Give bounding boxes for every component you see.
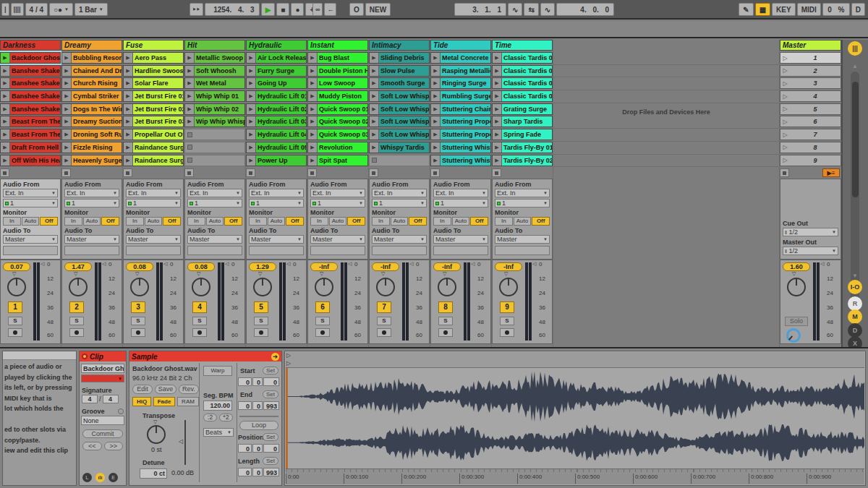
waveform-region[interactable] [286, 368, 864, 468]
scene[interactable]: ▷ 9 [780, 155, 841, 166]
clip[interactable]: ▶ Beast From The [0, 116, 61, 127]
clip[interactable]: ▶ Stuttering Propo [430, 116, 491, 127]
input-channel-chooser[interactable]: 1▼ [495, 199, 550, 207]
clip[interactable]: ▶ Soft Low Whisp [369, 129, 430, 140]
clip-launch-button[interactable]: ▶ [124, 104, 133, 114]
monitor-auto-button[interactable]: Auto [329, 217, 347, 226]
pan-knob[interactable] [253, 278, 272, 296]
monitor-off-button[interactable]: Off [347, 217, 365, 226]
clip[interactable]: ▶ Stuttering Whist [430, 155, 491, 166]
clip-launch-button[interactable]: ▶ [62, 91, 72, 101]
clip-launch-button[interactable]: ▶ [308, 53, 318, 63]
clip[interactable]: ▶ Dogs In The Win [61, 103, 122, 115]
clip[interactable]: ▶ Spring Fade [492, 129, 553, 140]
clip[interactable]: ▶ Backdoor Ghost [0, 52, 61, 64]
stop-all-clips-button[interactable] [492, 168, 501, 177]
clip[interactable]: ▶ Muddy Piston [307, 90, 368, 102]
session-record-button[interactable]: O [349, 3, 364, 16]
clip-launch-button[interactable]: ▶ [431, 91, 441, 101]
loop-length-field[interactable]: 4. 0. 0 [556, 3, 614, 16]
clip[interactable]: ▶ Double Piston H [307, 65, 368, 77]
gain-value[interactable]: 0.00 dB [171, 469, 194, 476]
master-solo-button[interactable]: Solo [785, 317, 808, 326]
follow-button[interactable]: ‣‣ [190, 3, 203, 16]
input-type-chooser[interactable]: Ext. In▼ [310, 189, 365, 197]
cue-out-chooser[interactable]: ‖ 1/2▼ [783, 228, 838, 236]
output-chooser[interactable]: Master▼ [310, 235, 365, 244]
stop-all-clips-button[interactable] [246, 168, 255, 177]
transpose-value[interactable]: 0 st [151, 446, 162, 453]
master-out-chooser[interactable]: ‖ 1/2▼ [783, 247, 838, 255]
volume-value[interactable]: -Inf [433, 262, 461, 271]
track-header[interactable]: Fuse [123, 40, 184, 51]
clip-launch-button[interactable]: ▶ [62, 155, 72, 166]
scene[interactable]: ▷ 7 [780, 129, 841, 140]
record-button[interactable]: ● [291, 3, 304, 16]
returns-section-toggle[interactable]: R [848, 296, 862, 311]
monitor-in-button[interactable]: In [126, 217, 144, 226]
clip-launch-button[interactable]: ▶ [431, 116, 441, 127]
master-volume-value[interactable]: 1.60 [783, 262, 810, 271]
position-set-button[interactable]: Set [263, 433, 278, 441]
pan-knob[interactable] [315, 278, 333, 296]
clip[interactable]: ▶ Banshee Shaked [0, 65, 61, 77]
pan-knob[interactable] [499, 278, 518, 296]
monitor-off-button[interactable]: Off [224, 217, 242, 226]
clip-launch-button[interactable]: ▶ [370, 116, 379, 127]
start-value[interactable]: 000 [238, 377, 279, 386]
scroll-down-icon[interactable]: ▼ [852, 273, 858, 279]
input-type-chooser[interactable]: Ext. In▼ [64, 189, 119, 197]
monitor-off-button[interactable]: Off [409, 217, 427, 226]
monitor-auto-button[interactable]: Auto [391, 217, 409, 226]
track-activator-button[interactable]: 8 [438, 301, 453, 313]
input-type-chooser[interactable]: Ext. In▼ [372, 189, 427, 197]
clip-launch-button[interactable]: ▶ [1, 78, 10, 88]
clip[interactable]: ▶ Quick Swoop 02 [307, 116, 368, 127]
volume-value[interactable]: 1.29 [249, 262, 276, 271]
clip-launch-button[interactable]: ▶ [370, 66, 379, 76]
output-chooser[interactable]: Master▼ [187, 235, 242, 244]
back-to-arrangement-button[interactable]: ← [324, 3, 336, 16]
preview-volume-knob[interactable] [786, 328, 801, 343]
clip-launch-button[interactable]: ▶ [370, 78, 379, 88]
end-value[interactable]: 00993 [238, 401, 279, 410]
clip[interactable]: ▶ Beast From The [0, 129, 61, 140]
monitor-in-button[interactable]: In [495, 217, 513, 226]
scene-launch-icon[interactable]: ▷ [780, 55, 790, 61]
monitor-in-button[interactable]: In [249, 217, 267, 226]
clip-launch-button[interactable]: ▶ [247, 78, 256, 88]
clip[interactable]: ▶ Air Lock Releas [246, 52, 307, 64]
scene[interactable]: ▷ 8 [780, 142, 841, 153]
clip[interactable]: ▶ Classic Tardis 0 [492, 52, 553, 64]
pan-knob[interactable] [130, 278, 149, 296]
monitor-in-button[interactable]: In [310, 217, 328, 226]
start-marker-icon[interactable]: ▷ [286, 352, 291, 359]
clip[interactable]: ▶ Raindance Surg [123, 155, 184, 166]
clip[interactable]: ▶ Soft Low Whisp [369, 103, 430, 115]
clip-launch-button[interactable]: ▶ [62, 104, 72, 114]
fade-button[interactable]: Fade [153, 397, 175, 406]
clip-launch-button[interactable]: ▶ [431, 155, 441, 166]
clip[interactable]: ▶ Ringing Surge [430, 77, 491, 89]
length-set-button[interactable]: Set [263, 457, 278, 465]
solo-button[interactable]: S [131, 317, 145, 325]
monitor-auto-button[interactable]: Auto [268, 217, 286, 226]
clip[interactable]: ▶ Jet Burst Fire 01 [123, 90, 184, 102]
clip-launch-button[interactable]: ▶ [247, 66, 256, 76]
punch-in-button[interactable]: ∿ [508, 3, 522, 16]
quantization-menu[interactable]: 1 Bar ▼ [75, 3, 108, 16]
clip-launch-button[interactable]: ▶ [1, 53, 10, 63]
clip[interactable]: ▶ Soft Whoosh [184, 65, 245, 77]
gain-slider-handle-icon[interactable]: ◁ [179, 438, 183, 445]
mixer-section-toggle[interactable]: M [848, 309, 862, 324]
empty-clip-slot[interactable] [184, 129, 245, 140]
volume-value[interactable]: -Inf [310, 262, 338, 271]
clip[interactable]: ▶ Cymbal Striker [61, 90, 122, 102]
next-clip-button[interactable]: >> [104, 442, 124, 450]
input-channel-chooser[interactable]: 1▼ [310, 199, 365, 207]
clip-launch-button[interactable]: ▶ [62, 129, 72, 140]
clip-launch-button[interactable]: ▶ [1, 104, 10, 114]
empty-clip-slot[interactable] [369, 155, 430, 166]
clip[interactable]: ▶ Hydraulic Lift 02 [246, 103, 307, 115]
clip-launch-button[interactable]: ▶ [308, 66, 318, 76]
